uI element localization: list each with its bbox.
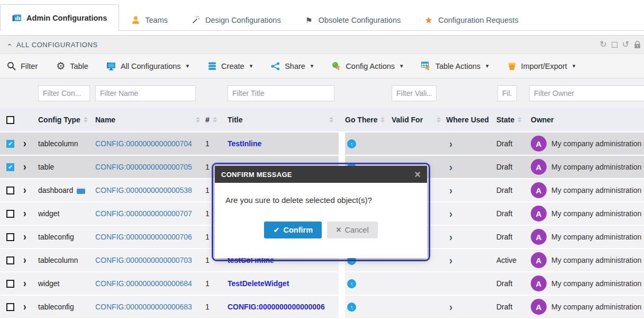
title-cell: TestDeleteWidget <box>228 272 339 295</box>
cancel-button[interactable]: ×Cancel <box>327 221 377 238</box>
config-name-link[interactable]: CONFIG:0000000000000703 <box>95 256 192 264</box>
filter-state-input[interactable] <box>497 85 517 101</box>
create-button[interactable]: Create▾ <box>207 61 252 71</box>
expand-chevron-icon[interactable]: › <box>23 301 26 313</box>
share-icon <box>270 61 280 71</box>
column-gap <box>339 272 345 295</box>
chart-icon <box>12 13 22 22</box>
header-go-there[interactable]: Go There <box>345 108 392 131</box>
panel-title: ALL CONFIGURATIONS <box>16 41 98 49</box>
header-where-used[interactable]: Where Used <box>446 108 496 131</box>
close-icon[interactable]: × <box>414 169 421 180</box>
config-title-link[interactable]: TestDeleteWidget <box>228 279 289 288</box>
toolbar-label: Import/Export <box>521 62 567 70</box>
expand-chevron-icon[interactable]: › <box>23 161 26 173</box>
expand-chevron-icon[interactable]: › <box>23 138 26 150</box>
row-checkbox[interactable] <box>6 256 14 264</box>
row-checkbox[interactable] <box>6 233 14 241</box>
tab-admin-configurations[interactable]: Admin Configurations <box>0 4 119 31</box>
row-checkbox[interactable]: ✔ <box>6 163 14 171</box>
config-name-link[interactable]: CONFIG:0000000000000704 <box>95 139 192 148</box>
go-there-icon[interactable]: ↑ <box>346 138 357 149</box>
go-there-cell: ↑ <box>345 296 392 318</box>
header-state[interactable]: State <box>496 108 531 131</box>
row-checkbox-cell: ✔ <box>0 156 23 178</box>
state-cell: Draft <box>496 272 531 295</box>
where-used-chevron-icon[interactable]: › <box>449 231 452 243</box>
lock-icon[interactable] <box>634 41 641 49</box>
row-expand-cell: › <box>23 202 38 225</box>
expand-chevron-icon[interactable]: › <box>23 208 26 220</box>
state-cell: Draft <box>496 156 531 178</box>
owner-avatar: A <box>531 136 547 152</box>
go-there-icon[interactable]: ↑ <box>346 278 357 289</box>
row-checkbox[interactable] <box>6 210 14 218</box>
config-name-link[interactable]: CONFIG:0000000000000707 <box>95 209 192 218</box>
chevron-down-icon: ▾ <box>486 63 489 69</box>
filter-title-input[interactable] <box>228 85 334 101</box>
config-title-link[interactable]: TestInline <box>228 139 261 148</box>
tab-teams[interactable]: Teams <box>119 10 179 30</box>
confirm-dialog-title: CONFIRM MESSAGE <box>221 171 292 179</box>
filter-config-type-input[interactable] <box>38 85 90 101</box>
where-used-chevron-icon[interactable]: › <box>449 300 452 313</box>
config-name-link[interactable]: CONFIG:0000000000000538 <box>95 186 192 194</box>
filter-owner-input[interactable] <box>529 85 644 101</box>
table-actions-button[interactable]: Table Actions▾ <box>421 61 489 71</box>
row-checkbox[interactable] <box>6 187 14 194</box>
header-num[interactable]: # <box>205 108 228 131</box>
sort-icon <box>213 117 217 122</box>
config-type-cell: dashboard <box>38 179 95 201</box>
config-name-link[interactable]: CONFIG:0000000000000706 <box>95 233 192 241</box>
expand-chevron-icon[interactable]: › <box>23 254 26 267</box>
name-cell: CONFIG:0000000000000704 <box>95 132 205 155</box>
expand-chevron-icon[interactable]: › <box>23 184 26 197</box>
confirm-dialog-outline: CONFIRM MESSAGE × Are you sure to delete… <box>212 163 430 261</box>
state-text: Draft <box>496 279 512 288</box>
num-cell: 1 <box>205 272 228 295</box>
expand-chevron-icon[interactable]: › <box>23 278 26 290</box>
title-cell: TestInline <box>228 132 339 155</box>
tab-design-configurations[interactable]: Design Configurations <box>179 10 293 30</box>
header-valid-for[interactable]: Valid For <box>392 108 446 131</box>
tab-configuration-requests[interactable]: ★Configuration Requests <box>412 10 530 30</box>
where-used-chevron-icon[interactable]: › <box>449 137 452 150</box>
where-used-cell: › <box>446 156 496 178</box>
chevron-up-icon[interactable]: › <box>4 43 13 46</box>
import-export-button[interactable]: Import/Export▾ <box>507 61 576 71</box>
row-checkbox[interactable] <box>6 280 14 288</box>
config-name-link[interactable]: CONFIG:0000000000000683 <box>95 303 192 311</box>
header-name[interactable]: Name <box>95 108 205 131</box>
header-config-type[interactable]: Config Type <box>38 108 95 131</box>
where-used-chevron-icon[interactable]: › <box>449 207 452 220</box>
share-button[interactable]: Share▾ <box>270 61 313 71</box>
config-title-link[interactable]: CONFIG:0000000000000006 <box>228 303 325 311</box>
undo-icon[interactable]: ↺ <box>622 40 629 49</box>
where-used-chevron-icon[interactable]: › <box>449 254 452 267</box>
all-configurations-button[interactable]: All Configurations▾ <box>106 61 189 71</box>
expand-chevron-icon[interactable]: › <box>23 231 26 243</box>
table-button[interactable]: ⚙Table <box>56 61 88 71</box>
select-all-checkbox[interactable] <box>6 116 14 124</box>
where-used-chevron-icon[interactable]: › <box>449 184 452 197</box>
where-used-chevron-icon[interactable]: › <box>449 161 452 173</box>
owner-avatar: A <box>531 206 547 221</box>
filter-button[interactable]: Filter <box>6 61 38 71</box>
filter-valid-for-input[interactable] <box>392 85 437 101</box>
config-actions-button[interactable]: Config Actions▾ <box>331 61 403 71</box>
panel-header: › ALL CONFIGURATIONS ↻ ↺ <box>0 35 644 54</box>
row-checkbox[interactable] <box>6 303 14 311</box>
state-cell: Draft <box>496 179 531 201</box>
filter-name-input[interactable] <box>95 85 196 101</box>
refresh-icon[interactable]: ↻ <box>600 40 606 49</box>
row-checkbox[interactable]: ✔ <box>6 140 14 148</box>
bucket-icon <box>507 61 517 71</box>
go-there-icon[interactable]: ↑ <box>346 302 357 313</box>
tab-obsolete-configurations[interactable]: ⚑Obsolete Configurations <box>293 10 413 30</box>
maximize-icon[interactable] <box>612 42 618 48</box>
config-name-link[interactable]: CONFIG:0000000000000684 <box>95 279 192 288</box>
confirm-button[interactable]: ✔Confirm <box>264 221 322 238</box>
header-title[interactable]: Title <box>228 108 339 131</box>
header-owner[interactable]: Owner <box>531 108 644 131</box>
config-name-link[interactable]: CONFIG:0000000000000705 <box>95 163 192 171</box>
